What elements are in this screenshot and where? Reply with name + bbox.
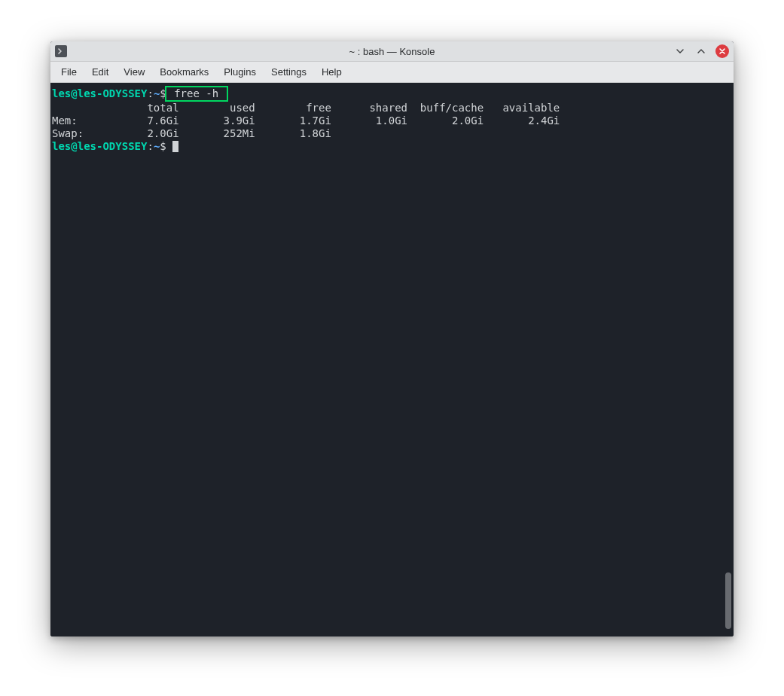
command-text: free -h (168, 87, 225, 99)
prompt-separator-2: : (147, 140, 153, 152)
close-button[interactable] (715, 44, 729, 58)
scrollbar-thumb[interactable] (725, 572, 731, 629)
titlebar[interactable]: ~ : bash — Konsole (50, 41, 734, 62)
menu-help[interactable]: Help (314, 63, 349, 81)
maximize-button[interactable] (694, 44, 708, 58)
command-highlight: free -h (165, 86, 228, 102)
menu-plugins[interactable]: Plugins (216, 63, 264, 81)
window-controls (673, 44, 729, 58)
menu-view[interactable]: View (116, 63, 152, 81)
menubar: File Edit View Bookmarks Plugins Setting… (50, 62, 734, 83)
menu-file[interactable]: File (53, 63, 84, 81)
minimize-button[interactable] (673, 44, 687, 58)
terminal-area[interactable]: les@les-ODYSSEY:~$ free -h total used fr… (50, 83, 734, 636)
konsole-window: ~ : bash — Konsole File Edit View Bookma… (50, 41, 734, 636)
output-mem: Mem: 7.6Gi 3.9Gi 1.7Gi 1.0Gi 2.0Gi 2.4Gi (52, 114, 732, 127)
close-icon (718, 47, 727, 56)
prompt-dollar-2: $ (160, 140, 166, 152)
menu-bookmarks[interactable]: Bookmarks (152, 63, 216, 81)
menu-edit[interactable]: Edit (84, 63, 116, 81)
window-title: ~ : bash — Konsole (50, 46, 734, 57)
prompt-user-host: les@les-ODYSSEY (52, 87, 147, 99)
chevron-up-icon (697, 47, 706, 56)
cursor (172, 141, 178, 152)
chevron-down-icon (676, 47, 685, 56)
output-header: total used free shared buff/cache availa… (52, 102, 732, 114)
prompt-separator: : (147, 87, 153, 99)
prompt-user-host-2: les@les-ODYSSEY (52, 140, 147, 152)
menu-settings[interactable]: Settings (264, 63, 314, 81)
output-swap: Swap: 2.0Gi 252Mi 1.8Gi (52, 127, 732, 140)
app-icon (55, 45, 67, 57)
